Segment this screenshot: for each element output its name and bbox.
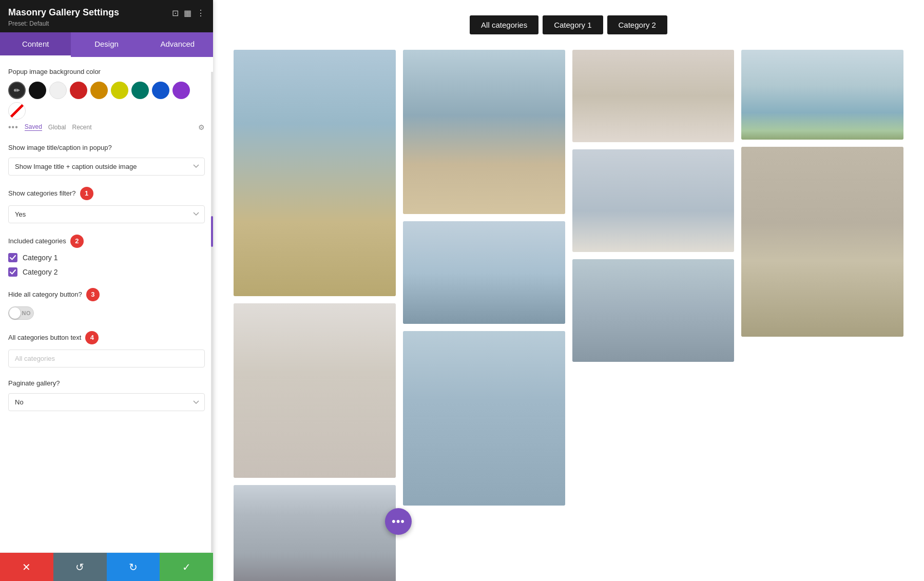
scroll-thumb: [211, 216, 213, 247]
show-categories-filter-row: Show categories filter? 1: [8, 187, 205, 200]
gallery-image-9[interactable]: [572, 259, 735, 362]
main-content: All categories Category 1 Category 2: [213, 0, 924, 581]
show-categories-filter-select[interactable]: Yes No: [8, 205, 205, 223]
gallery-image-8[interactable]: [572, 149, 735, 252]
sidebar-tabs: Content Design Advanced: [0, 32, 213, 57]
color-swatch-blue[interactable]: [152, 82, 169, 99]
color-swatches: ✏: [8, 82, 205, 120]
show-title-caption-select[interactable]: Show Image title + caption outside image…: [8, 158, 205, 176]
checkmark-icon-2: [10, 269, 16, 275]
sidebar-footer: ✕ ↺ ↻ ✓: [0, 552, 213, 581]
color-tabs-row: ••• Saved Global Recent ⚙: [8, 123, 205, 132]
save-button[interactable]: ✓: [160, 553, 213, 581]
cancel-button[interactable]: ✕: [0, 553, 53, 581]
tab-advanced[interactable]: Advanced: [142, 32, 213, 57]
included-categories-label: Included categories: [8, 237, 66, 246]
color-swatch-orange[interactable]: [90, 82, 108, 99]
gallery-img-coastal-bench: [741, 50, 903, 140]
color-swatch-green[interactable]: [131, 82, 149, 99]
show-title-caption-section: Show image title/caption in popup? Show …: [8, 143, 205, 176]
popup-bg-color-section: Popup image background color ✏ ••• S: [8, 67, 205, 132]
hide-all-button-row: Hide all category button? 3: [8, 288, 205, 301]
category-item-1: Category 1: [8, 253, 205, 262]
color-swatch-black[interactable]: [29, 82, 46, 99]
undo-button[interactable]: ↺: [53, 553, 107, 581]
color-swatch-white[interactable]: [49, 82, 67, 99]
sidebar-title-area: Masonry Gallery Settings Preset: Default: [8, 7, 172, 27]
color-tab-global[interactable]: Global: [48, 124, 66, 131]
category-label-2: Category 2: [23, 268, 57, 276]
more-options-icon[interactable]: ⋮: [197, 8, 205, 18]
masonry-col-4: [741, 50, 903, 337]
layout-icon[interactable]: ▦: [184, 8, 191, 18]
masonry-col-3: [572, 50, 735, 362]
focus-icon[interactable]: ⊡: [172, 8, 179, 18]
hide-all-toggle[interactable]: NO: [8, 306, 34, 320]
all-categories-text-input[interactable]: [8, 350, 205, 367]
sidebar-header: Masonry Gallery Settings Preset: Default…: [0, 0, 213, 32]
gallery-img-beach-pier: [403, 50, 565, 214]
checkmark-icon-1: [10, 255, 16, 261]
floating-dots-icon: •••: [392, 516, 405, 527]
gallery-image-7[interactable]: [234, 485, 396, 581]
all-categories-text-section: All categories button text 4: [8, 331, 205, 367]
included-categories-row: Included categories 2: [8, 235, 205, 248]
gallery-img-dock-person: [403, 331, 565, 506]
gallery-img-hiker: [234, 485, 396, 581]
included-categories-section: Included categories 2 Category 1 Categor…: [8, 235, 205, 277]
gallery-image-5[interactable]: [403, 221, 565, 324]
pencil-icon: ✏: [14, 86, 20, 94]
gallery-img-coastal: [572, 149, 735, 252]
tab-design[interactable]: Design: [71, 32, 142, 57]
tab-content[interactable]: Content: [0, 32, 71, 57]
color-settings-icon[interactable]: ⚙: [198, 123, 205, 131]
category-filters: All categories Category 1 Category 2: [234, 15, 903, 34]
color-swatch-red[interactable]: [70, 82, 87, 99]
step-badge-2: 2: [70, 235, 84, 248]
sidebar-content: Popup image background color ✏ ••• S: [0, 57, 213, 552]
sidebar-title: Masonry Gallery Settings: [8, 7, 172, 18]
show-categories-filter-label: Show categories filter?: [8, 189, 76, 198]
color-swatch-purple[interactable]: [172, 82, 190, 99]
hide-all-button-section: Hide all category button? 3 NO: [8, 288, 205, 320]
gallery-img-tall-beach: [234, 50, 396, 296]
gallery-image-3[interactable]: [572, 50, 735, 142]
all-categories-text-label: All categories button text: [8, 333, 81, 342]
filter-btn-cat2[interactable]: Category 2: [607, 15, 667, 34]
filter-btn-cat1[interactable]: Category 1: [543, 15, 603, 34]
floating-menu-button[interactable]: •••: [385, 508, 412, 535]
paginate-gallery-select[interactable]: No Yes: [8, 393, 205, 411]
toggle-knob: [9, 307, 21, 319]
masonry-col-2: [403, 50, 565, 506]
gallery-image-1[interactable]: [234, 50, 396, 296]
settings-panel: Masonry Gallery Settings Preset: Default…: [0, 0, 213, 581]
masonry-col-1: [234, 50, 396, 581]
category-check-2[interactable]: [8, 267, 17, 277]
popup-bg-color-label: Popup image background color: [8, 67, 205, 76]
step-badge-3: 3: [86, 288, 100, 301]
gallery-image-6[interactable]: [403, 331, 565, 506]
header-icons: ⊡ ▦ ⋮: [172, 8, 205, 18]
gallery-image-10[interactable]: [741, 50, 903, 140]
category-label-1: Category 1: [23, 254, 57, 262]
gallery-image-2[interactable]: [403, 50, 565, 214]
color-swatch-edit[interactable]: ✏: [8, 82, 26, 99]
show-categories-filter-section: Show categories filter? 1 Yes No: [8, 187, 205, 223]
gallery-image-4[interactable]: [234, 303, 396, 478]
more-dots[interactable]: •••: [8, 123, 18, 132]
gallery-img-sea-horizon: [403, 221, 565, 324]
gallery-img-rope-fence: [741, 147, 903, 337]
hide-all-button-label: Hide all category button?: [8, 290, 82, 299]
step-badge-1: 1: [80, 187, 93, 200]
scroll-indicator: [211, 72, 213, 552]
sidebar-preset: Preset: Default: [8, 20, 172, 27]
show-title-caption-label: Show image title/caption in popup?: [8, 143, 205, 152]
color-tab-saved[interactable]: Saved: [25, 123, 42, 131]
redo-button[interactable]: ↻: [107, 553, 160, 581]
category-check-1[interactable]: [8, 253, 17, 262]
filter-btn-all[interactable]: All categories: [470, 15, 538, 34]
gallery-image-11[interactable]: [741, 147, 903, 337]
color-tab-recent[interactable]: Recent: [72, 124, 92, 131]
color-swatch-none[interactable]: [8, 102, 26, 120]
color-swatch-yellow[interactable]: [111, 82, 128, 99]
